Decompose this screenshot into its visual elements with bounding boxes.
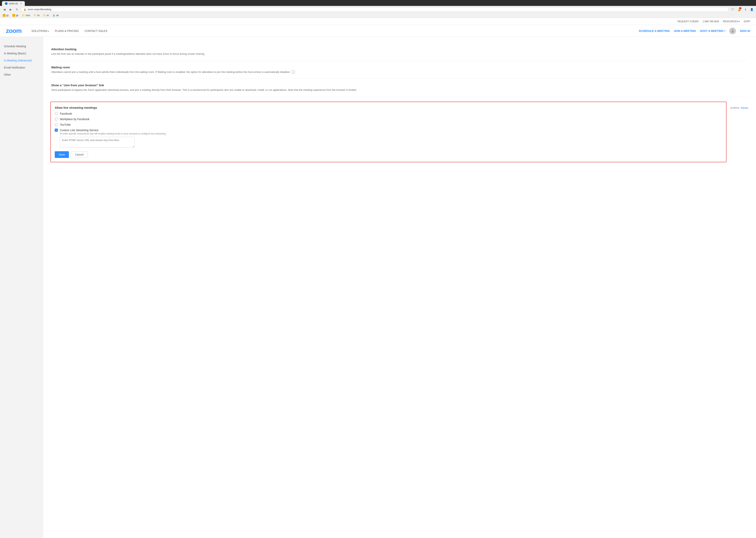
back-button[interactable]: ◀	[2, 7, 7, 12]
browser-chrome: 🔵 zoom.us ✕ ◀ ▶ ↻ 🔒 zoom.us/profile/sett…	[0, 0, 756, 18]
request-demo-link[interactable]: REQUEST A DEMO	[678, 20, 699, 23]
bookmarks-bar: gc gk 📁 mux 📁 fa 📁 re 💧 ob	[0, 13, 756, 18]
extensions-button[interactable]: 🛡	[731, 7, 735, 12]
custom-streaming-option: Custom Live Streaming Service Provide sp…	[55, 129, 714, 148]
resources-label: RESOURCES	[723, 20, 738, 23]
rtmp-textarea[interactable]	[60, 137, 135, 147]
workplace-radio[interactable]	[55, 118, 58, 121]
workplace-checkbox-row[interactable]: Workplace by Facebook	[55, 118, 714, 121]
live-streaming-title: Allow live streaming meetings	[55, 106, 714, 109]
facebook-label: Facebook	[60, 112, 72, 115]
workplace-facebook-option: Workplace by Facebook	[55, 118, 714, 121]
workplace-label: Workplace by Facebook	[60, 118, 89, 121]
waiting-room-info: Waiting room Attendees cannot join a mee…	[51, 66, 748, 74]
youtube-label: YouTube	[60, 123, 71, 126]
url-text: zoom.us/profile/setting	[27, 8, 51, 11]
tab-close-icon[interactable]: ✕	[20, 2, 22, 5]
bookmark-folder-icon-fa: 📁	[34, 14, 37, 17]
facebook-option: Facebook	[55, 112, 714, 115]
youtube-checkbox-row[interactable]: YouTube	[55, 123, 714, 126]
phone-link[interactable]: 1.888.799.5926	[703, 20, 719, 23]
contact-sales-nav-link[interactable]: CONTACT SALES	[85, 29, 107, 32]
reload-button[interactable]: ↻	[15, 7, 19, 12]
bookmark-gc[interactable]: gc	[2, 14, 10, 17]
live-streaming-info: Allow live streaming meetings Facebook	[55, 106, 722, 158]
bookmark-folder-icon-re: 📁	[43, 14, 46, 17]
notification-button[interactable]: 🔔1	[737, 7, 741, 12]
browser-toolbar: ◀ ▶ ↻ 🔒 zoom.us/profile/setting 🛡 🔔1 ℹ 👤	[0, 6, 756, 13]
streaming-actions: Save Cancel	[55, 151, 714, 158]
facebook-radio[interactable]	[55, 112, 58, 115]
main-content: Schedule Meeting In Meeting (Basic) In M…	[0, 37, 756, 538]
live-streaming-meta: Modified Reset	[730, 106, 748, 110]
bookmark-gk[interactable]: gk	[12, 14, 19, 17]
join-browser-info: Show a "Join from your browser" link All…	[51, 83, 748, 92]
reset-link[interactable]: Reset	[741, 106, 748, 110]
attention-tracking-info: Attention tracking Lets the host see an …	[51, 47, 748, 56]
attention-tracking-desc: Lets the host see an indicator in the pa…	[51, 52, 740, 56]
zoom-top-bar: REQUEST A DEMO 1.888.799.5926 RESOURCES▾…	[0, 18, 756, 25]
streaming-options: Facebook Workplace by Facebook	[55, 112, 714, 148]
sign-in-nav-btn[interactable]: SIGN IN	[740, 29, 750, 32]
youtube-option: YouTube	[55, 123, 714, 126]
sidebar-item-email-notification[interactable]: Email Notification	[4, 64, 39, 71]
solutions-nav-link[interactable]: SOLUTIONS	[31, 29, 49, 32]
plans-pricing-nav-link[interactable]: PLANS & PRICING	[55, 29, 78, 32]
bookmark-favicon-gk	[12, 14, 15, 17]
waiting-room-desc: Attendees cannot join a meeting until a …	[51, 70, 740, 74]
lock-icon: 🔒	[24, 8, 26, 11]
live-streaming-setting: Allow live streaming meetings Facebook	[50, 102, 727, 162]
custom-checkbox-row[interactable]: Custom Live Streaming Service	[55, 129, 714, 132]
address-bar[interactable]: 🔒 zoom.us/profile/setting	[21, 7, 729, 12]
schedule-meeting-nav-btn[interactable]: SCHEDULE A MEETING	[639, 29, 670, 32]
bookmark-mux[interactable]: 📁 mux	[21, 14, 31, 17]
custom-label: Custom Live Streaming Service	[60, 129, 98, 132]
zoom-logo: zoom	[6, 27, 22, 34]
cancel-button[interactable]: Cancel	[71, 151, 88, 158]
custom-checkbox[interactable]	[55, 129, 58, 132]
forward-button[interactable]: ▶	[8, 7, 13, 12]
resources-chevron-icon: ▾	[738, 20, 740, 23]
resources-link[interactable]: RESOURCES▾	[723, 20, 740, 23]
bookmark-water-icon: 💧	[52, 14, 55, 17]
info-button[interactable]: ℹ	[743, 7, 748, 12]
profile-button[interactable]: 👤	[749, 7, 754, 12]
modified-label: Modified	[730, 106, 739, 109]
tab-label: zoom.us	[9, 2, 18, 5]
active-tab[interactable]: 🔵 zoom.us ✕	[2, 1, 25, 6]
attention-tracking-setting: Attention tracking Lets the host see an …	[51, 43, 748, 61]
bookmark-folder-icon-mux: 📁	[22, 14, 25, 17]
youtube-radio[interactable]	[55, 123, 58, 126]
sidebar-item-in-meeting-advanced[interactable]: In Meeting (Advanced)	[4, 57, 39, 64]
custom-streaming-desc: Provide specific instructions that will …	[60, 132, 714, 135]
user-avatar[interactable]	[729, 27, 736, 34]
join-browser-desc: Allow participants to bypass the Zoom ap…	[51, 88, 740, 92]
svg-point-0	[732, 29, 733, 31]
attention-tracking-title: Attention tracking	[51, 47, 740, 51]
waiting-room-setting: Waiting room Attendees cannot join a mee…	[51, 61, 748, 79]
settings-content: Attention tracking Lets the host see an …	[43, 37, 756, 538]
waiting-room-info-icon[interactable]: i	[292, 71, 295, 74]
bookmark-favicon-gc	[3, 14, 6, 17]
bookmark-fa[interactable]: 📁 fa	[33, 14, 40, 17]
main-nav: zoom SOLUTIONS PLANS & PRICING CONTACT S…	[0, 25, 756, 37]
join-meeting-nav-btn[interactable]: JOIN A MEETING	[674, 29, 696, 32]
live-streaming-outer: Allow live streaming meetings Facebook	[51, 97, 748, 167]
sidebar-item-schedule-meeting[interactable]: Schedule Meeting	[4, 43, 39, 50]
facebook-checkbox-row[interactable]: Facebook	[55, 112, 714, 115]
bookmark-re[interactable]: 📁 re	[42, 14, 50, 17]
join-browser-title: Show a "Join from your browser" link	[51, 83, 740, 87]
support-link[interactable]: SUPP	[744, 20, 750, 23]
sidebar: Schedule Meeting In Meeting (Basic) In M…	[0, 37, 43, 538]
save-button[interactable]: Save	[55, 151, 69, 158]
tab-favicon: 🔵	[5, 2, 8, 5]
sidebar-item-in-meeting-basic[interactable]: In Meeting (Basic)	[4, 50, 39, 57]
waiting-room-title: Waiting room	[51, 66, 740, 69]
sidebar-item-other[interactable]: Other	[4, 71, 39, 78]
streaming-input-area	[60, 137, 714, 148]
host-meeting-nav-btn[interactable]: HOST A MEETING	[700, 29, 725, 32]
bookmark-ob[interactable]: 💧 ob	[52, 14, 60, 17]
join-browser-setting: Show a "Join from your browser" link All…	[51, 79, 748, 97]
